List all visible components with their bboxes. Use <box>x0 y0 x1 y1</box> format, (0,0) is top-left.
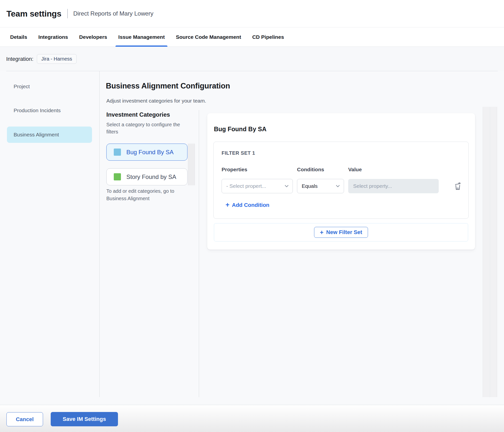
page-header: Team settings Direct Reports of Mary Low… <box>0 0 504 27</box>
page-scrollbar-track[interactable] <box>490 107 497 397</box>
category-list-scrollbar[interactable] <box>188 144 195 185</box>
condition-select[interactable]: Equals <box>297 179 344 193</box>
title-separator <box>67 9 68 18</box>
category-color-swatch <box>114 173 121 180</box>
sidebar-item-production-incidents[interactable]: Production Incidents <box>14 108 61 113</box>
column-header-conditions: Conditions <box>297 167 324 173</box>
tab-label: Issue Management <box>118 34 165 40</box>
category-label: Bug Found By SA <box>126 149 174 156</box>
team-settings-page: Team settings Direct Reports of Mary Low… <box>0 0 504 432</box>
filter-set-1: FILTER SET 1 Properties Conditions Value… <box>213 142 469 219</box>
tab-label: Source Code Management <box>176 34 241 40</box>
plus-icon: + <box>320 229 323 236</box>
chevron-down-icon <box>336 184 340 188</box>
category-label: Story Found by SA <box>126 173 176 180</box>
page-title: Team settings <box>6 9 61 19</box>
tab-integrations[interactable]: Integrations <box>36 27 71 47</box>
categories-divider <box>199 110 199 397</box>
tab-bar: Details Integrations Developers Issue Ma… <box>0 27 504 47</box>
sidebar-item-project[interactable]: Project <box>14 84 30 89</box>
cancel-button[interactable]: Cancel <box>6 412 43 426</box>
integration-chip[interactable]: Jira - Harness <box>37 54 76 64</box>
condition-select-value: Equals <box>302 183 318 189</box>
integration-label: Integration: <box>6 56 33 62</box>
tab-label: CD Pipelines <box>252 34 284 40</box>
section-subheading: Adjust investment categories for your te… <box>106 98 206 104</box>
category-button-story-found-by-sa[interactable]: Story Found by SA <box>106 168 187 185</box>
integration-row: Integration: Jira - Harness <box>0 47 504 71</box>
category-button-bug-found-by-sa[interactable]: Bug Found By SA <box>106 144 187 161</box>
tab-label: Developers <box>79 34 107 40</box>
tab-cd-pipelines[interactable]: CD Pipelines <box>250 27 287 47</box>
filter-set-label: FILTER SET 1 <box>222 150 255 156</box>
footer-bar: Cancel Save IM Settings <box>0 405 504 432</box>
new-filter-set-button[interactable]: + New Filter Set <box>314 227 368 238</box>
tab-issue-management[interactable]: Issue Management <box>115 27 167 47</box>
column-header-properties: Properties <box>222 167 247 173</box>
categories-note: To add or edit categories, go to Busines… <box>106 187 186 202</box>
tab-label: Integrations <box>38 34 68 40</box>
section-heading: Business Alignment Configuration <box>106 82 230 90</box>
sidebar-divider <box>99 71 100 397</box>
new-filter-set-dropzone: + New Filter Set <box>214 223 468 241</box>
property-select[interactable]: - Select propert... <box>222 179 293 193</box>
add-condition-button[interactable]: + Add Condition <box>226 202 269 208</box>
panel-scrollbar-track[interactable] <box>483 107 490 397</box>
tab-label: Details <box>10 34 27 40</box>
panel-title: Bug Found By SA <box>214 126 266 133</box>
page-subtitle: Direct Reports of Mary Lowery <box>73 10 153 17</box>
sidebar-item-label: Business Alignment <box>14 132 59 138</box>
chevron-down-icon <box>285 184 289 188</box>
value-input[interactable] <box>348 179 439 193</box>
category-filter-panel: Bug Found By SA FILTER SET 1 Properties … <box>207 113 475 250</box>
category-color-swatch <box>114 149 121 156</box>
property-select-placeholder: - Select propert... <box>226 183 266 189</box>
tab-developers[interactable]: Developers <box>76 27 110 47</box>
trash-icon <box>454 182 461 191</box>
delete-condition-button[interactable] <box>452 181 463 192</box>
investment-categories-title: Investment Categories <box>106 111 170 118</box>
add-condition-label: Add Condition <box>232 202 270 208</box>
plus-icon: + <box>226 202 229 208</box>
tab-source-code-management[interactable]: Source Code Management <box>173 27 244 47</box>
column-header-value: Value <box>348 167 362 173</box>
investment-categories-subtitle: Select a category to configure the filte… <box>106 121 184 135</box>
sidebar-item-business-alignment[interactable]: Business Alignment <box>7 127 92 143</box>
new-filter-set-label: New Filter Set <box>326 229 362 236</box>
tab-details[interactable]: Details <box>7 27 30 47</box>
save-im-settings-button[interactable]: Save IM Settings <box>51 412 118 426</box>
